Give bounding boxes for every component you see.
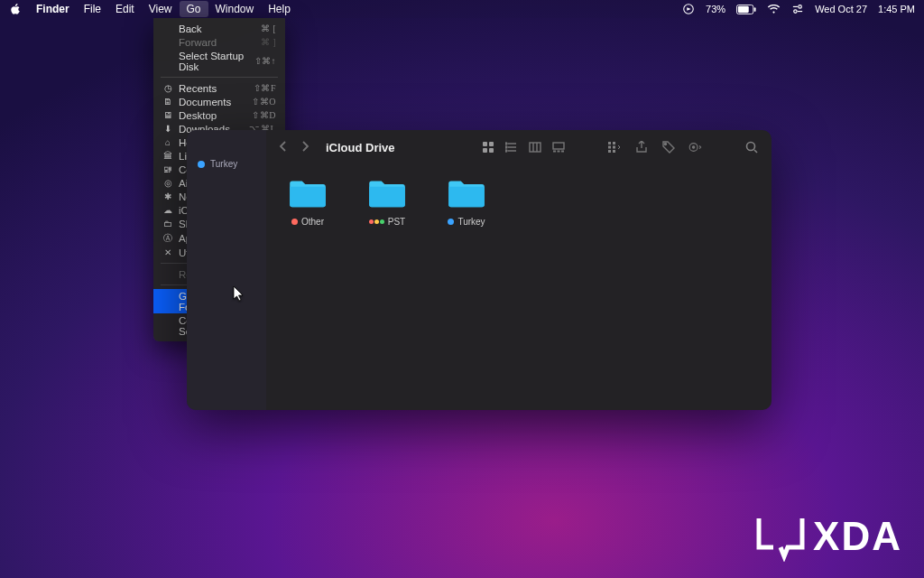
svg-rect-22 — [613, 146, 615, 149]
menu-item-label: Documents — [179, 97, 246, 107]
svg-rect-7 — [489, 142, 494, 146]
apps-icon: Ⓐ — [162, 232, 173, 245]
utilities-icon: ✕ — [162, 247, 173, 257]
control-center-icon[interactable] — [791, 4, 804, 14]
search-button[interactable] — [744, 140, 759, 154]
nav-forward-button[interactable] — [300, 141, 310, 154]
svg-point-5 — [794, 10, 797, 13]
clock-icon: ◷ — [162, 83, 173, 93]
menubar-window[interactable]: Window — [208, 1, 262, 17]
folder-turkey[interactable]: Turkey — [439, 177, 494, 227]
svg-rect-9 — [489, 148, 494, 153]
svg-rect-18 — [608, 142, 611, 144]
menu-separator — [161, 77, 278, 78]
finder-title: iCloud Drive — [326, 141, 395, 154]
menubar-time[interactable]: 1:45 PM — [878, 4, 915, 14]
svg-rect-19 — [608, 146, 611, 149]
apple-menu-icon[interactable] — [9, 3, 22, 15]
desktop-icon: 🖥 — [162, 110, 173, 120]
finder-content-area[interactable]: OtherPSTTurkey — [266, 164, 772, 410]
svg-point-24 — [665, 144, 667, 145]
menu-item-shortcut: ⇧⌘O — [252, 97, 276, 107]
view-mode-group — [481, 140, 566, 154]
finder-toolbar: iCloud Drive — [266, 130, 772, 164]
menu-item-shortcut: ⇧⌘F — [254, 83, 276, 93]
share-button[interactable] — [634, 140, 649, 154]
shared-icon: 🗀 — [162, 219, 173, 228]
svg-rect-2 — [754, 7, 756, 12]
gallery-view-button[interactable] — [551, 140, 566, 154]
computer-icon: 🖳 — [162, 164, 173, 174]
icloud-icon: ☁ — [162, 205, 173, 215]
tag-dot-icon — [198, 161, 205, 168]
menubar-date[interactable]: Wed Oct 27 — [815, 4, 867, 14]
menubar-file[interactable]: File — [77, 1, 108, 17]
screen-mirroring-icon[interactable] — [682, 3, 695, 15]
tags-button[interactable] — [661, 140, 676, 154]
icon-view-button[interactable] — [481, 140, 495, 154]
tag-dots — [369, 219, 384, 224]
menu-item-label: Recents — [179, 83, 248, 94]
menubar-view[interactable]: View — [142, 1, 180, 17]
folder-label: Turkey — [457, 217, 485, 227]
network-icon: ✱ — [162, 191, 173, 201]
svg-rect-21 — [613, 142, 615, 144]
menu-documents[interactable]: 🗎Documents⇧⌘O — [153, 95, 285, 108]
menubar-edit[interactable]: Edit — [108, 1, 142, 17]
tag-dot-icon — [291, 219, 298, 225]
svg-rect-20 — [608, 150, 611, 153]
menu-recents[interactable]: ◷Recents⇧⌘F — [153, 81, 285, 95]
menubar: Finder File Edit View Go Window Help 73%… — [0, 0, 924, 18]
svg-rect-17 — [561, 151, 564, 153]
menu-item-label: Desktop — [179, 110, 246, 121]
sidebar-tag-turkey[interactable]: Turkey — [194, 157, 259, 171]
battery-percent: 73% — [706, 4, 725, 14]
finder-window: Turkey iCloud Drive OtherPSTTurkey — [187, 130, 772, 410]
svg-rect-15 — [553, 151, 556, 153]
tag-label: Turkey — [210, 159, 237, 169]
folder-icon — [288, 177, 328, 213]
home-icon: ⌂ — [162, 137, 173, 147]
column-view-button[interactable] — [528, 140, 542, 154]
xda-logo-icon — [755, 511, 806, 562]
download-icon: ⬇ — [162, 124, 173, 134]
svg-rect-16 — [558, 151, 560, 153]
svg-rect-23 — [613, 150, 615, 153]
svg-point-27 — [747, 143, 755, 151]
svg-point-26 — [692, 146, 694, 148]
group-by-button[interactable] — [607, 140, 622, 154]
menu-select-startup-disk[interactable]: Select Startup Disk⇧⌘↑ — [153, 49, 285, 73]
svg-point-11 — [505, 146, 507, 148]
nav-back-button[interactable] — [279, 141, 288, 154]
folder-other[interactable]: Other — [281, 177, 335, 227]
menubar-help[interactable]: Help — [261, 1, 298, 17]
folder-label: Other — [301, 217, 324, 227]
svg-point-4 — [799, 5, 801, 8]
document-icon: 🗎 — [162, 97, 173, 107]
folder-pst[interactable]: PST — [360, 177, 414, 227]
tag-dot-icon — [448, 219, 454, 225]
svg-rect-14 — [553, 143, 564, 149]
menu-desktop[interactable]: 🖥Desktop⇧⌘D — [153, 108, 285, 122]
folder-label: PST — [388, 217, 405, 227]
svg-rect-8 — [483, 148, 487, 153]
battery-icon[interactable] — [736, 5, 756, 14]
svg-point-12 — [505, 150, 507, 152]
finder-sidebar: Turkey — [187, 130, 266, 410]
svg-rect-6 — [483, 142, 487, 146]
folder-icon — [367, 177, 407, 213]
folder-icon — [447, 177, 486, 213]
action-button[interactable] — [688, 140, 703, 154]
svg-point-10 — [505, 143, 507, 144]
library-icon: 🏛 — [162, 151, 173, 161]
wifi-icon[interactable] — [767, 5, 781, 14]
mouse-cursor — [233, 286, 245, 306]
svg-rect-13 — [530, 143, 541, 152]
xda-logo-text: XDA — [813, 514, 902, 559]
menu-back[interactable]: Back⌘ [ — [153, 22, 285, 35]
menubar-app-name[interactable]: Finder — [29, 1, 77, 17]
menubar-status-area: 73% Wed Oct 27 1:45 PM — [682, 3, 915, 15]
svg-rect-3 — [738, 5, 749, 12]
menubar-go[interactable]: Go — [180, 1, 208, 17]
list-view-button[interactable] — [504, 140, 519, 154]
